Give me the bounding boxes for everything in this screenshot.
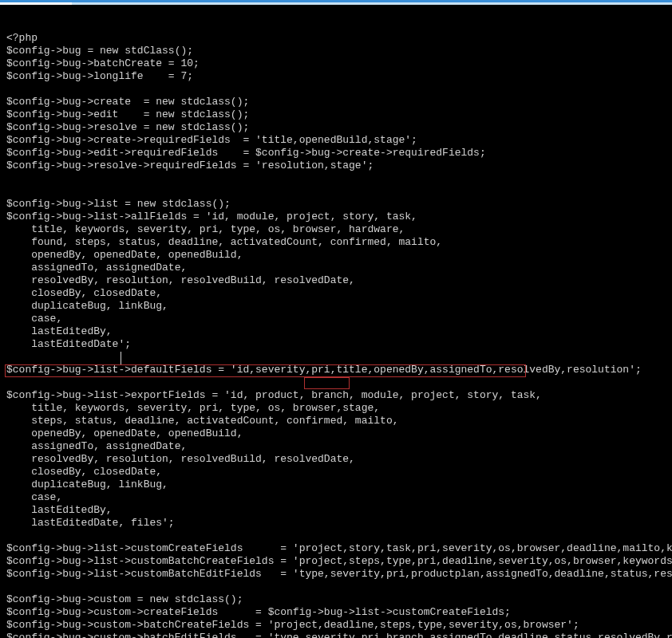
code-line[interactable]: $config->bug->list->customBatchEditField… [6, 568, 667, 581]
code-line[interactable]: $config->bug->resolve->requiredFields = … [6, 160, 667, 172]
code-line[interactable]: $config->bug->list->allFields = 'id, mod… [6, 211, 667, 223]
code-line[interactable]: lastEditedDate'; [6, 338, 667, 351]
code-content[interactable]: <?php$config->bug = new stdClass();$conf… [6, 32, 667, 638]
code-line[interactable]: $config->bug->resolve = new stdclass(); [6, 121, 667, 134]
code-line[interactable]: $config->bug->list = new stdclass(); [6, 198, 667, 211]
code-editor[interactable]: <?php$config->bug = new stdClass();$conf… [0, 0, 672, 638]
code-line[interactable]: $config->bug->batchCreate = 10; [6, 57, 667, 70]
code-line[interactable]: assignedTo, assignedDate, [6, 440, 667, 453]
code-line[interactable] [6, 530, 667, 542]
code-line[interactable]: $config->bug->create->requiredFields = '… [6, 134, 667, 147]
code-line[interactable] [6, 83, 667, 96]
code-line[interactable]: lastEditedBy, [6, 504, 667, 517]
code-line[interactable] [6, 581, 667, 593]
code-line[interactable]: lastEditedDate, files'; [6, 517, 667, 530]
code-line[interactable]: $config->bug->custom = new stdclass(); [6, 593, 667, 606]
code-line[interactable]: assignedTo, assignedDate, [6, 262, 667, 274]
code-line[interactable]: closedBy, closedDate, [6, 287, 667, 300]
code-line[interactable]: $config->bug->list->customBatchCreateFie… [6, 555, 667, 568]
code-line[interactable] [6, 351, 667, 364]
code-line[interactable] [6, 376, 667, 389]
code-line[interactable]: case, [6, 491, 667, 504]
code-line[interactable]: resolvedBy, resolution, resolvedBuild, r… [6, 453, 667, 466]
code-line[interactable]: openedBy, openedDate, openedBuild, [6, 427, 667, 440]
code-line[interactable]: duplicateBug, linkBug, [6, 300, 667, 313]
code-line[interactable]: $config->bug->create = new stdclass(); [6, 96, 667, 108]
code-line[interactable]: $config->bug->custom->createFields = $co… [6, 606, 667, 619]
code-line[interactable]: $config->bug->list->defaultFields = 'id,… [6, 364, 667, 376]
code-line[interactable]: title, keywords, severity, pri, type, os… [6, 223, 667, 236]
code-line[interactable]: title, keywords, severity, pri, type, os… [6, 402, 667, 415]
code-line[interactable]: steps, status, deadline, activatedCount,… [6, 415, 667, 427]
code-line[interactable]: <?php [6, 32, 667, 45]
code-line[interactable] [6, 185, 667, 198]
code-line[interactable]: $config->bug->custom->batchEditFields = … [6, 632, 667, 638]
code-line[interactable]: $config->bug = new stdClass(); [6, 45, 667, 57]
code-line[interactable] [6, 172, 667, 185]
code-line[interactable]: $config->bug->edit = new stdclass(); [6, 108, 667, 121]
code-line[interactable]: duplicateBug, linkBug, [6, 478, 667, 491]
code-line[interactable]: $config->bug->custom->batchCreateFields … [6, 619, 667, 632]
code-line[interactable]: $config->bug->edit->requiredFields = $co… [6, 147, 667, 160]
text-cursor [121, 352, 121, 364]
code-line[interactable]: closedBy, closedDate, [6, 466, 667, 478]
code-line[interactable]: $config->bug->list->exportFields = 'id, … [6, 389, 667, 402]
code-line[interactable]: found, steps, status, deadline, activate… [6, 236, 667, 249]
code-line[interactable]: lastEditedBy, [6, 325, 667, 338]
code-line[interactable]: openedBy, openedDate, openedBuild, [6, 249, 667, 262]
code-line[interactable]: $config->bug->longlife = 7; [6, 70, 667, 83]
code-line[interactable]: $config->bug->list->customCreateFields =… [6, 542, 667, 555]
code-line[interactable]: case, [6, 313, 667, 325]
code-line[interactable]: resolvedBy, resolution, resolvedBuild, r… [6, 274, 667, 287]
